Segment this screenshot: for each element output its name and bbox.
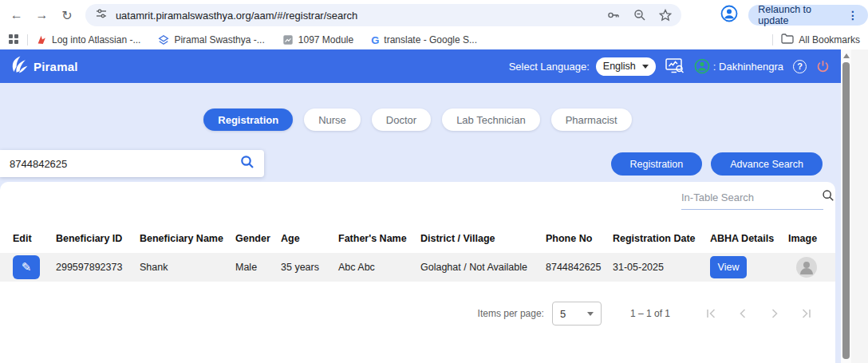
pencil-icon: ✎ (22, 260, 32, 274)
paginator: Items per page: 5 1 – 1 of 1 (478, 302, 814, 326)
table-row: ✎ 299597892373 Shank Male 35 years Abc A… (0, 253, 835, 282)
browser-menu-icon[interactable]: ⋮ (842, 9, 863, 22)
scroll-up-icon[interactable] (843, 53, 850, 58)
col-father-name: Father's Name (338, 233, 420, 244)
bookmark-piramal-swasthya[interactable]: Piramal Swasthya -... (158, 34, 264, 45)
beneficiary-search-box (0, 150, 264, 177)
role-tabs: Registration Nurse Doctor Lab Technician… (0, 109, 835, 131)
site-info-icon[interactable] (95, 7, 108, 23)
col-age: Age (281, 233, 338, 244)
page-range-label: 1 – 1 of 1 (630, 308, 670, 319)
cell-father-name: Abc Abc (338, 262, 420, 273)
in-table-search-input[interactable] (681, 191, 822, 203)
action-buttons: Registration Advance Search (611, 152, 823, 176)
divider (27, 34, 28, 45)
app-viewport: Piramal Select Language: English (0, 49, 841, 363)
col-phone-no: Phone No (546, 233, 613, 244)
url-text: uatamrit.piramalswasthya.org/aam/#/regis… (116, 10, 357, 22)
advance-search-button[interactable]: Advance Search (711, 152, 823, 176)
brand-name: Piramal (34, 60, 78, 73)
items-per-page-select[interactable]: 5 (552, 302, 602, 326)
zoom-out-icon[interactable] (633, 9, 646, 22)
beneficiary-image-avatar (796, 257, 817, 278)
google-favicon: G (371, 34, 379, 46)
items-per-page-label: Items per page: (478, 308, 544, 319)
cell-registration-date: 31-05-2025 (613, 262, 710, 273)
edit-button[interactable]: ✎ (13, 255, 40, 279)
vertical-scrollbar[interactable] (841, 49, 851, 363)
cell-phone-no: 8744842625 (546, 262, 613, 273)
table-header-row: Edit Beneficiary ID Beneficiary Name Gen… (0, 233, 835, 244)
bookmark-atlassian[interactable]: Log into Atlassian -... (36, 34, 140, 45)
username-label: : Dakhinhengra (713, 61, 783, 73)
module-favicon (282, 34, 294, 45)
col-beneficiary-name: Beneficiary Name (140, 233, 235, 244)
relaunch-to-update-button[interactable]: Relaunch to update ⋮ (748, 5, 868, 26)
search-icon[interactable] (240, 155, 254, 172)
folder-icon (781, 34, 794, 46)
screen: ← → ↻ uatamrit.piramalswasthya.org/aam/#… (0, 0, 868, 363)
next-page-icon[interactable] (767, 306, 782, 321)
outer-background (851, 49, 868, 363)
screen-search-icon[interactable] (665, 58, 685, 74)
logout-power-icon[interactable] (816, 59, 830, 73)
cell-age: 35 years (281, 262, 338, 273)
in-table-search (681, 189, 823, 210)
last-page-icon[interactable] (799, 306, 814, 321)
tab-nurse[interactable]: Nurse (304, 109, 361, 131)
all-bookmarks-button[interactable]: All Bookmarks (799, 34, 860, 45)
previous-page-icon[interactable] (736, 306, 750, 321)
col-registration-date: Registration Date (613, 233, 710, 244)
abha-view-button[interactable]: View (710, 256, 747, 278)
chevron-down-icon (642, 65, 649, 69)
bookmarks-bar: Log into Atlassian -... Piramal Swasthya… (0, 30, 868, 49)
cell-beneficiary-id: 299597892373 (56, 262, 140, 273)
col-edit: Edit (13, 233, 56, 244)
col-abha-details: ABHA Details (710, 233, 788, 244)
help-icon[interactable]: ? (793, 60, 807, 73)
col-beneficiary-id: Beneficiary ID (56, 233, 140, 244)
chevron-down-icon (587, 312, 594, 316)
scrollbar-thumb[interactable] (842, 62, 850, 359)
page-body: Piramal Select Language: English (0, 49, 868, 363)
back-icon[interactable]: ← (6, 5, 27, 26)
cell-district-village: Golaghat / Not Available (420, 262, 546, 273)
registration-button[interactable]: Registration (611, 152, 703, 176)
tab-doctor[interactable]: Doctor (372, 109, 431, 131)
bookmark-1097-module[interactable]: 1097 Module (282, 34, 353, 45)
language-select[interactable]: English (596, 57, 656, 76)
col-image: Image (788, 233, 832, 244)
password-key-icon[interactable] (606, 8, 621, 22)
bookmark-google-translate[interactable]: G translate - Google S... (371, 34, 477, 46)
profile-avatar-icon[interactable] (720, 4, 739, 26)
select-language-label: Select Language: (509, 61, 590, 73)
tab-pharmacist[interactable]: Pharmacist (551, 109, 632, 131)
url-bar[interactable]: uatamrit.piramalswasthya.org/aam/#/regis… (85, 4, 681, 26)
col-gender: Gender (235, 233, 281, 244)
atlassian-favicon (36, 34, 47, 45)
cell-gender: Male (235, 262, 281, 273)
in-table-search-icon[interactable] (822, 189, 834, 205)
browser-toolbar: ← → ↻ uatamrit.piramalswasthya.org/aam/#… (0, 0, 868, 30)
apps-grid-icon[interactable] (8, 34, 19, 47)
tab-lab-technician[interactable]: Lab Technician (442, 109, 540, 131)
brand: Piramal (8, 54, 78, 78)
tab-registration[interactable]: Registration (203, 109, 293, 131)
col-district-village: District / Village (420, 233, 546, 244)
divider (772, 34, 773, 45)
results-card: Edit Beneficiary ID Beneficiary Name Gen… (0, 182, 835, 363)
app-header: Piramal Select Language: English (0, 49, 841, 83)
forward-icon[interactable]: → (32, 5, 53, 26)
beneficiary-search-input[interactable] (10, 158, 240, 170)
reload-icon[interactable]: ↻ (57, 5, 77, 26)
piramal-swasthya-favicon (158, 34, 169, 45)
first-page-icon[interactable] (704, 306, 718, 321)
bookmark-star-icon[interactable] (659, 9, 672, 22)
user-avatar-icon (694, 58, 710, 74)
piramal-logo-icon (8, 54, 29, 78)
cell-beneficiary-name: Shank (140, 262, 235, 273)
